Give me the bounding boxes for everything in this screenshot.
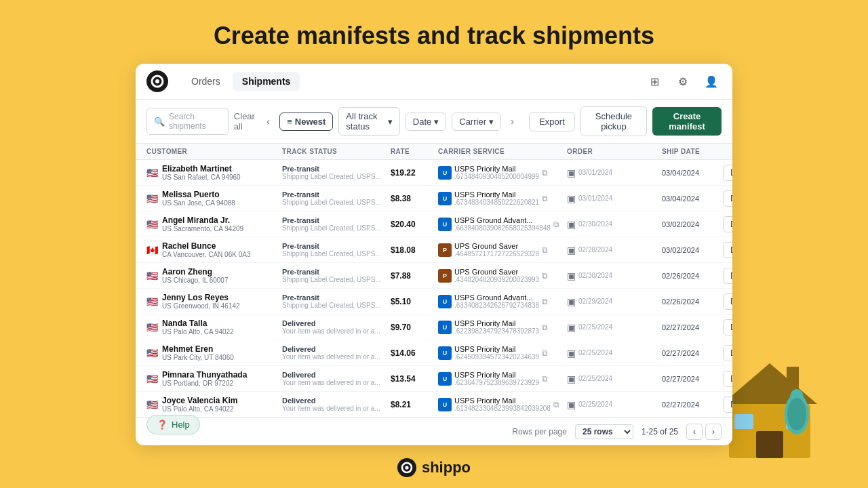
cell-ship-date: 03/02/2024 [662, 220, 723, 228]
create-manifest-button[interactable]: Create manifest [652, 107, 722, 136]
copy-tracking-icon[interactable]: ⧉ [542, 168, 548, 178]
cell-track-status: Delivered Your item was delivered in or … [282, 319, 391, 335]
download-button[interactable]: Download ↓ [723, 293, 732, 310]
tab-orders[interactable]: Orders [182, 72, 230, 91]
download-button[interactable]: Download ↓ [723, 190, 732, 207]
table-row: 🇺🇸 Elizabeth Martinet US San Rafael, CA … [136, 160, 732, 186]
next-page-button[interactable]: › [705, 424, 722, 440]
customer-address: US Portland, OR 97202 [162, 380, 247, 387]
carrier-icon: U [438, 295, 452, 308]
download-button[interactable]: Download ↓ [723, 242, 732, 258]
country-flag: 🇺🇸 [146, 399, 158, 410]
copy-tracking-icon[interactable]: ⧉ [542, 245, 548, 255]
download-button[interactable]: Download ↓ [723, 396, 732, 413]
tab-shipments[interactable]: Shipments [233, 72, 300, 91]
customer-address: CA Vancouver, CAN 06K 0A3 [162, 251, 250, 258]
status-sub: Shipping Label Created, USPS... [282, 199, 384, 206]
cell-rate: $18.08 [391, 245, 438, 255]
cell-track-status: Pre-transit Shipping Label Created, USPS… [282, 268, 391, 283]
filter-date[interactable]: Date ▾ [406, 113, 446, 131]
cell-track-status: Delivered Your item was delivered in or … [282, 396, 391, 412]
search-box[interactable]: 🔍 Search shipments [146, 108, 229, 135]
clear-all-button[interactable]: Clear all [234, 111, 257, 131]
filter-track-status[interactable]: All track status ▾ [338, 107, 399, 136]
cell-track-status: Delivered Your item was delivered in or … [282, 371, 391, 386]
cell-rate: $20.40 [391, 220, 438, 229]
filter-carrier-label: Carrier [459, 117, 486, 127]
filter-newest[interactable]: ≡ Newest [279, 113, 333, 131]
cell-rate: $9.70 [391, 323, 438, 332]
order-number: 02/25/2024 [578, 349, 612, 357]
carrier-icon: U [438, 192, 452, 205]
customer-name: Melissa Puerto [162, 190, 235, 199]
cell-download: Download ↓ [723, 268, 732, 284]
customer-name: Elizabeth Martinet [162, 164, 241, 174]
country-flag: 🇺🇸 [146, 296, 158, 307]
download-button[interactable]: Download ↓ [723, 345, 732, 361]
customer-name: Angel Miranda Jr. [162, 216, 243, 225]
customer-name: Rachel Bunce [162, 241, 250, 251]
table-body: 🇺🇸 Elizabeth Martinet US San Rafael, CA … [136, 160, 732, 418]
status-label: Pre-transit [282, 293, 391, 302]
customer-address: US Chicago, IL 60007 [162, 277, 228, 284]
table-row: 🇺🇸 Aaron Zheng US Chicago, IL 60007 Pre-… [136, 263, 732, 289]
copy-tracking-icon[interactable]: ⧉ [553, 220, 559, 229]
help-button[interactable]: ❓ Help [146, 415, 200, 434]
copy-tracking-icon[interactable]: ⧉ [542, 194, 548, 203]
prev-page-button[interactable]: ‹ [686, 424, 703, 440]
cell-rate: $19.22 [391, 168, 438, 178]
cell-download: Download ↓ [723, 371, 732, 387]
download-button[interactable]: Download ↓ [723, 268, 732, 284]
download-label: Download [730, 374, 732, 384]
carrier-icon: P [438, 269, 452, 283]
grid-icon[interactable]: ⊞ [644, 71, 665, 92]
order-icon: ▣ [567, 193, 576, 204]
col-carrier-service: Carrier Service [438, 148, 567, 155]
status-label: Delivered [282, 345, 391, 353]
user-icon[interactable]: 👤 [701, 71, 722, 92]
download-button[interactable]: Download ↓ [723, 319, 732, 336]
download-button[interactable]: Download ↓ [723, 216, 732, 232]
carrier-tracking: .6134823304823993842039208 [454, 405, 551, 412]
rows-per-page-label: Rows per page [512, 427, 567, 436]
search-icon: 🔍 [154, 117, 165, 127]
cell-ship-date: 03/02/2024 [662, 246, 723, 254]
cell-order: ▣ 02/25/2024 [567, 322, 662, 333]
cell-carrier: U USPS Priority Mail .622398234792347839… [438, 319, 567, 335]
download-label: Download [730, 194, 732, 203]
cell-order: ▣ 02/25/2024 [567, 373, 662, 384]
gear-icon[interactable]: ⚙ [673, 71, 693, 92]
table-row: 🇺🇸 Mehmet Eren US Park City, UT 84060 De… [136, 340, 732, 366]
copy-tracking-icon[interactable]: ⧉ [542, 323, 548, 332]
shippo-label: shippo [422, 459, 471, 476]
rows-per-page-select[interactable]: 25 rows 50 rows 100 rows [575, 424, 633, 439]
download-button[interactable]: Download ↓ [723, 165, 732, 181]
status-sub: Your item was delivered in or a... [282, 327, 384, 335]
carrier-tracking: .6734834034850222620821 [454, 199, 539, 206]
table-row: 🇺🇸 Melissa Puerto US San Jose, CA 94088 … [136, 186, 732, 211]
export-button[interactable]: Export [529, 112, 575, 131]
download-label: Download [730, 400, 732, 409]
cell-ship-date: 02/26/2024 [662, 272, 723, 280]
copy-tracking-icon[interactable]: ⧉ [542, 271, 548, 281]
cell-rate: $14.06 [391, 348, 438, 358]
copy-tracking-icon[interactable]: ⧉ [553, 400, 559, 409]
copy-tracking-icon[interactable]: ⧉ [542, 297, 548, 306]
filter-carrier[interactable]: Carrier ▾ [452, 113, 501, 131]
copy-tracking-icon[interactable]: ⧉ [542, 374, 548, 384]
order-number: 02/25/2024 [578, 401, 612, 408]
cell-track-status: Pre-transit Shipping Label Created, USPS… [282, 216, 391, 232]
country-flag: 🇺🇸 [146, 373, 158, 384]
status-label: Pre-transit [282, 216, 391, 224]
filter-next-arrow[interactable]: › [507, 113, 518, 129]
customer-address: US Greenwood, IN 46142 [162, 302, 240, 310]
copy-tracking-icon[interactable]: ⧉ [542, 348, 548, 358]
carrier-name: USPS Priority Mail [454, 345, 539, 353]
schedule-pickup-button[interactable]: Schedule pickup [580, 106, 647, 136]
filter-prev-arrow[interactable]: ‹ [262, 113, 274, 129]
status-sub: Shipping Label Created, USPS... [282, 224, 384, 232]
download-button[interactable]: Download ↓ [723, 371, 732, 387]
cell-customer: 🇺🇸 Pimnara Thunyathada US Portland, OR 9… [146, 370, 282, 387]
customer-address: US Sacramento, CA 94209 [162, 225, 243, 232]
cell-rate: $13.54 [391, 374, 438, 384]
